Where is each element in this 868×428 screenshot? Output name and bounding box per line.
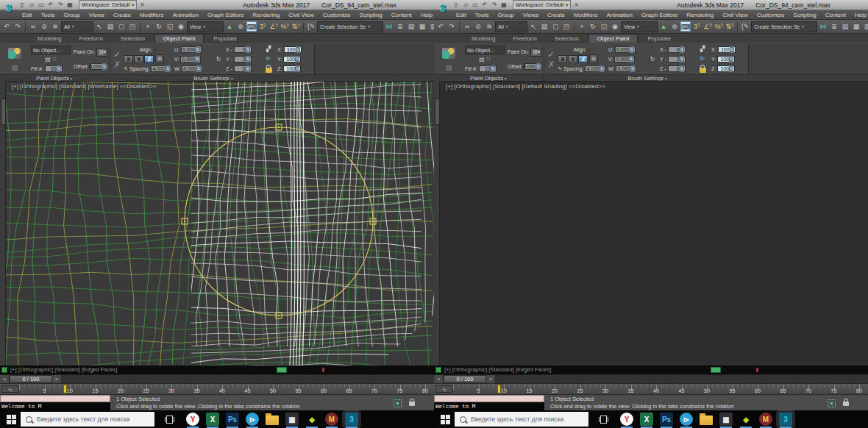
redo-icon[interactable]: ↷ (490, 1, 499, 9)
telegram-icon[interactable]: ⊳ (246, 413, 259, 426)
spinner-field[interactable]: 0,000⇅ (615, 46, 636, 53)
menu-item[interactable]: Animation (602, 12, 637, 18)
spinner-field[interactable]: 100⇅ (717, 65, 735, 72)
scale-dropdown-icon[interactable]: ⊪ (266, 55, 271, 63)
start-button[interactable] (7, 415, 16, 424)
select-by-name-icon[interactable]: ▤ (105, 21, 115, 32)
field-v[interactable]: V:0,000⇅ (174, 55, 211, 63)
lock-icon[interactable] (700, 68, 706, 73)
field-z[interactable]: Z -0⇅ (226, 65, 260, 73)
bottom-viewport-strip[interactable]: [+] [Orthographic] [Standard] [Edged Fac… (0, 365, 434, 374)
3ds-max-icon[interactable]: 3 (345, 413, 358, 426)
spinner-arrows-icon[interactable]: ⇅ (680, 46, 684, 53)
bind-to-space-warp-icon[interactable]: ≋ (50, 21, 60, 32)
menu-item[interactable]: Edit (18, 12, 37, 18)
mirror-icon[interactable]: ⋈ (818, 21, 828, 32)
field-x[interactable]: X -0⇅ (226, 46, 260, 54)
layer-explorer-icon[interactable]: ▦ (417, 21, 427, 32)
select-place-icon[interactable]: ◉ (176, 21, 186, 32)
workspace-dropdown[interactable]: Workspace: Default ▾ (513, 0, 571, 10)
telegram-icon[interactable]: ⊳ (680, 413, 693, 426)
undo-icon[interactable]: ↶ (480, 1, 489, 9)
menu-item[interactable]: Tools (37, 12, 60, 18)
scatter-icon[interactable]: ▞ (700, 46, 705, 53)
spinner-arrows-icon[interactable]: ⇅ (57, 65, 61, 72)
spinner-field[interactable]: 0⇅ (234, 65, 252, 72)
spinner-arrows-icon[interactable]: ⇅ (296, 46, 300, 53)
spinner-arrows-icon[interactable]: ⇅ (295, 65, 299, 72)
select-and-link-icon[interactable]: ∞ (28, 21, 38, 32)
snaps-toggle-icon[interactable]: 3ˀ (257, 21, 268, 32)
spinner-arrows-icon[interactable]: ⇅ (630, 65, 635, 72)
next-frame-button[interactable]: > (52, 375, 62, 383)
menu-item[interactable]: Animation (168, 12, 203, 18)
align-icon[interactable]: ≣ (395, 21, 405, 32)
use-pivot-center-icon[interactable]: ▲ (224, 21, 235, 32)
menu-item[interactable]: Rendering (682, 12, 718, 18)
field-x[interactable]: X:100⇅ (711, 46, 747, 54)
excel-icon[interactable]: X (206, 413, 219, 426)
save-file-icon[interactable]: ▭ (37, 1, 46, 9)
calculator-icon[interactable]: ▦ (719, 413, 733, 426)
yellow-app-icon[interactable]: ◆ (305, 413, 319, 426)
spinner-arrows-icon[interactable]: ⇅ (730, 46, 734, 53)
spinner-arrows-icon[interactable]: ⇅ (166, 65, 170, 72)
named-selection-set-dropdown[interactable]: Create Selection Se ▾ (317, 21, 383, 32)
rotate-brush-icon[interactable]: ↻ (650, 56, 655, 63)
select-by-name-icon[interactable]: ▤ (539, 21, 549, 32)
spacing-field[interactable]: 4,000⇅ (151, 65, 171, 72)
previous-frame-button[interactable]: < (0, 375, 10, 383)
field-w[interactable]: W:0,000⇅ (608, 65, 645, 73)
spinner-arrows-icon[interactable]: ⇅ (630, 46, 634, 53)
scatter-mode-icon[interactable]: ∷ (53, 56, 57, 63)
start-button[interactable] (441, 415, 450, 424)
menu-item[interactable]: Graph Editors (203, 12, 248, 18)
listener-output-row[interactable]: Welcome to M (434, 402, 544, 410)
save-file-icon[interactable]: ▭ (471, 1, 480, 9)
tab-modeling[interactable]: Modeling (463, 35, 503, 43)
tab-object-paint[interactable]: Object Paint (588, 34, 638, 43)
3ds-max-logo-icon[interactable]: 3 (1, 0, 16, 18)
spinner-arrows-icon[interactable]: ⇅ (196, 65, 201, 72)
file-explorer-icon[interactable] (700, 415, 713, 425)
spinner-field[interactable]: 100⇅ (283, 65, 301, 72)
spinner-arrows-icon[interactable]: ⇅ (246, 65, 250, 72)
align-to-normal-icon[interactable]: ⊞ (589, 54, 598, 63)
spinner-field[interactable]: 0⇅ (668, 56, 686, 63)
apply-check-icon[interactable]: ✓ (547, 50, 555, 59)
spinner-arrows-icon[interactable]: ⇅ (680, 65, 684, 72)
window-crossing-icon[interactable]: ◳ (561, 21, 572, 32)
new-file-icon[interactable]: ▯ (18, 1, 26, 9)
spinner-snap-icon[interactable]: ⇅ˀ (725, 21, 735, 32)
project-folder-icon[interactable]: ▦ (65, 1, 74, 9)
menu-item[interactable]: Scripting (355, 12, 387, 18)
selection-lock-icon[interactable] (409, 402, 415, 406)
task-view-icon[interactable] (165, 415, 174, 424)
rectangular-selection-icon[interactable]: ◻ (116, 21, 127, 32)
select-place-icon[interactable]: ◉ (610, 21, 620, 32)
undo-icon[interactable]: ↶ (46, 1, 55, 9)
viewport-canvas[interactable] (440, 82, 868, 365)
time-slider-track[interactable] (62, 375, 434, 383)
task-view-icon[interactable] (599, 415, 608, 424)
project-folder-icon[interactable]: ▦ (499, 1, 508, 9)
selection-lock-icon[interactable] (843, 402, 849, 406)
scatter-icon[interactable]: ▞ (266, 46, 271, 53)
paint-object-dropdown[interactable]: No Object... ▾ (465, 46, 505, 54)
spinner-arrows-icon[interactable]: ⇅ (246, 46, 250, 53)
viewport-canvas[interactable] (6, 82, 434, 365)
taskbar-search[interactable]: Введите здесь текст для поиска (21, 412, 154, 427)
spinner-field[interactable]: 0,000⇅ (181, 46, 202, 53)
scatter-mode-icon[interactable]: ∷ (487, 56, 491, 63)
spinner-arrows-icon[interactable]: ⇅ (729, 65, 733, 72)
isolate-selection-icon[interactable] (394, 399, 402, 407)
spinner-arrows-icon[interactable]: ⇅ (195, 56, 199, 63)
edit-object-list-icon[interactable]: ▤ (45, 56, 51, 63)
tab-z[interactable]: Z (578, 55, 588, 63)
spinner-arrows-icon[interactable]: ⇅ (491, 65, 495, 72)
fill-count-field[interactable]: 10⇅ (479, 65, 497, 72)
paint-object-dropdown[interactable]: No Object... ▾ (31, 46, 71, 54)
tab-freeform[interactable]: Freeform (71, 35, 110, 43)
tab-x[interactable]: X (124, 55, 133, 63)
time-slider-track[interactable] (496, 375, 868, 383)
